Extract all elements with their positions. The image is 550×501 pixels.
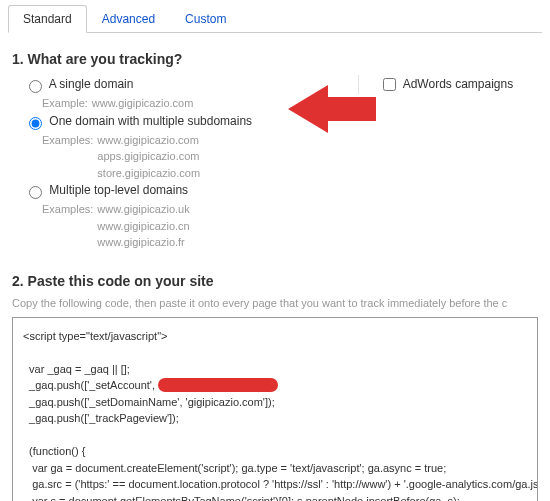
example-label: Example: — [42, 97, 88, 109]
tab-standard[interactable]: Standard — [8, 5, 87, 33]
label-multiple-tlds: Multiple top-level domains — [49, 183, 188, 197]
tab-custom[interactable]: Custom — [170, 5, 241, 33]
q1-heading: 1. What are you tracking? — [12, 51, 538, 67]
label-subdomains: One domain with multiple subdomains — [49, 114, 252, 128]
highlight-arrow-icon — [288, 81, 378, 140]
radio-subdomains[interactable] — [29, 117, 42, 130]
tracking-code-box[interactable]: <script type="text/javascript"> var _gaq… — [12, 317, 538, 502]
checkbox-adwords[interactable] — [383, 78, 396, 91]
radio-single-domain[interactable] — [29, 80, 42, 93]
example-value: www.gigipicazio.cn — [97, 218, 189, 235]
tab-advanced[interactable]: Advanced — [87, 5, 170, 33]
example-value: www.gigipicazio.fr — [97, 234, 189, 251]
label-adwords: AdWords campaigns — [403, 77, 514, 91]
radio-multiple-tlds[interactable] — [29, 186, 42, 199]
svg-marker-0 — [288, 85, 376, 133]
adwords-option[interactable]: AdWords campaigns — [379, 75, 538, 94]
tab-bar: Standard Advanced Custom — [8, 4, 542, 33]
example-value: www.gigipicazio.uk — [97, 201, 189, 218]
redacted-account-id — [158, 378, 278, 392]
example-value: www.gigipicazio.com — [97, 132, 200, 149]
label-single-domain: A single domain — [49, 77, 134, 91]
q2-subtext: Copy the following code, then paste it o… — [12, 297, 538, 309]
example-value: store.gigipicazio.com — [97, 165, 200, 182]
examples-label: Examples: — [42, 201, 93, 251]
example-value: apps.gigipicazio.com — [97, 148, 200, 165]
option-multiple-tlds[interactable]: Multiple top-level domains — [24, 183, 348, 199]
example-value: www.gigipicazio.com — [92, 97, 193, 109]
q2-heading: 2. Paste this code on your site — [12, 273, 538, 289]
examples-label: Examples: — [42, 132, 93, 182]
